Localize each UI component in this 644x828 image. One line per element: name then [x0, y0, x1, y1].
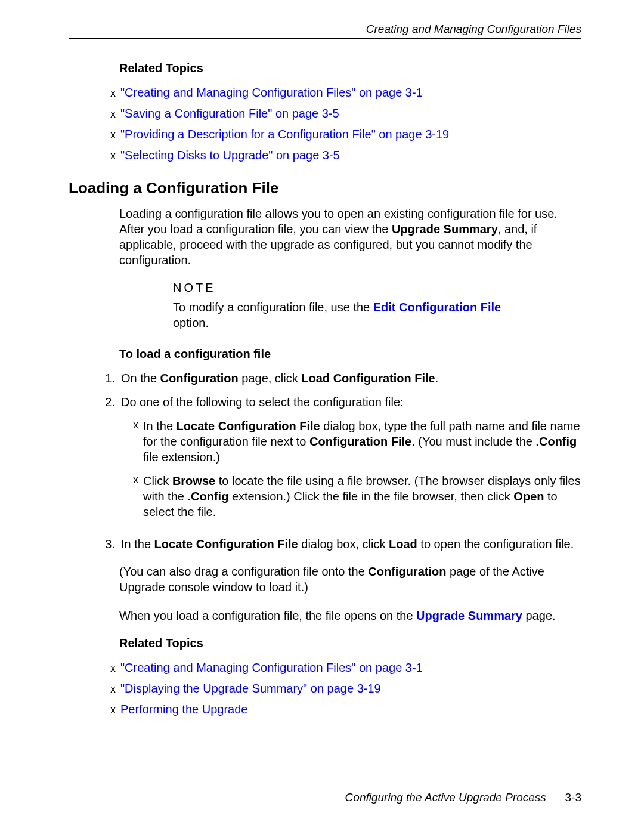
step-content: On the Configuration page, click Load Co… [121, 370, 581, 386]
bold-text: .Config [187, 490, 228, 503]
link[interactable]: "Displaying the Upgrade Summary" on page… [120, 682, 381, 696]
bullet-icon: x [110, 108, 116, 121]
sub-step: x In the Locate Configuration File dialo… [133, 418, 581, 465]
note-header: NOTE [173, 281, 525, 295]
text: option. [173, 316, 209, 329]
step-2: 2. Do one of the following to select the… [97, 394, 581, 528]
step-1: 1. On the Configuration page, click Load… [97, 370, 581, 386]
bold-text: Load [389, 537, 417, 551]
step-number: 3. [97, 536, 115, 552]
running-header: Creating and Managing Configuration File… [69, 23, 581, 36]
procedure-heading: To load a configuration file [119, 347, 581, 361]
page-footer: Configuring the Active Upgrade Process 3… [345, 791, 581, 804]
bold-text: Open [513, 490, 544, 503]
text: . (You must include the [411, 435, 535, 448]
procedure-list: 1. On the Configuration page, click Load… [97, 370, 581, 552]
note-label: NOTE [173, 281, 216, 295]
note-block: NOTE To modify a configuration file, use… [173, 281, 525, 330]
link[interactable]: "Saving a Configuration File" on page 3-… [120, 107, 339, 121]
text: (You can also drag a configuration file … [119, 565, 368, 578]
text: page, click [239, 372, 302, 385]
bold-text: Locate Configuration File [177, 419, 320, 432]
link[interactable]: Performing the Upgrade [120, 703, 247, 716]
step-number: 1. [97, 370, 115, 386]
bold-text: Configuration [160, 372, 239, 385]
related-topics-heading-1: Related Topics [119, 61, 581, 75]
text: On the [121, 372, 160, 385]
link[interactable]: "Creating and Managing Configuration Fil… [120, 661, 423, 675]
bold-text: Locate Configuration File [154, 537, 298, 551]
text: . [435, 372, 439, 385]
step-number: 2. [97, 394, 115, 528]
bullet-icon: x [133, 473, 138, 520]
link[interactable]: "Selecting Disks to Upgrade" on page 3-5 [120, 149, 340, 162]
bold-text: Configuration [368, 565, 446, 578]
bold-text: Configuration File [309, 435, 411, 448]
link[interactable]: "Creating and Managing Configuration Fil… [120, 86, 423, 100]
header-divider [69, 38, 581, 39]
sub-step-content: In the Locate Configuration File dialog … [143, 418, 581, 465]
step-3: 3. In the Locate Configuration File dial… [97, 536, 581, 552]
bullet-icon: x [110, 662, 116, 675]
link[interactable]: Edit Configuration File [373, 301, 501, 314]
list-item: x"Selecting Disks to Upgrade" on page 3-… [110, 149, 581, 162]
sub-step-content: Click Browse to locate the file using a … [143, 473, 581, 520]
footer-spacer [549, 791, 562, 804]
related-topics-heading-2: Related Topics [119, 637, 581, 650]
text: page. [522, 609, 556, 622]
text: When you load a configuration file, the … [119, 609, 416, 622]
note-divider [221, 288, 525, 288]
after-paragraph-1: (You can also drag a configuration file … [119, 564, 581, 595]
list-item: x"Creating and Managing Configuration Fi… [110, 86, 581, 100]
text: Do one of the following to select the co… [121, 396, 404, 409]
list-item: xPerforming the Upgrade [110, 703, 581, 716]
step-content: Do one of the following to select the co… [121, 394, 581, 528]
text: file extension.) [143, 450, 220, 464]
bullet-icon: x [110, 129, 116, 141]
list-item: x"Saving a Configuration File" on page 3… [110, 107, 581, 121]
link[interactable]: "Providing a Description for a Configura… [120, 128, 449, 141]
note-text: To modify a configuration file, use the … [173, 299, 525, 330]
sub-step: x Click Browse to locate the file using … [133, 473, 581, 520]
after-paragraph-2: When you load a configuration file, the … [119, 608, 581, 623]
sub-step-list: x In the Locate Configuration File dialo… [133, 418, 581, 520]
bullet-icon: x [110, 87, 116, 100]
text: dialog box, click [298, 537, 389, 551]
list-item: x"Creating and Managing Configuration Fi… [110, 661, 581, 675]
list-item: x"Displaying the Upgrade Summary" on pag… [110, 682, 581, 696]
related-topics-list-2: x"Creating and Managing Configuration Fi… [110, 661, 581, 716]
link[interactable]: Upgrade Summary [416, 609, 522, 622]
bullet-icon: x [110, 683, 116, 696]
text: extension.) Click the file in the file b… [228, 490, 513, 503]
text: In the [143, 419, 177, 432]
text: Click [143, 474, 172, 487]
page-number: 3-3 [565, 791, 581, 804]
intro-paragraph: Loading a configuration file allows you … [119, 206, 581, 268]
bold-text: Upgrade Summary [392, 223, 498, 236]
related-topics-list-1: x"Creating and Managing Configuration Fi… [110, 86, 581, 162]
step-content: In the Locate Configuration File dialog … [121, 536, 581, 552]
bold-text: Load Configuration File [301, 372, 435, 385]
bold-text: Browse [172, 474, 215, 487]
bullet-icon: x [110, 704, 116, 716]
footer-section-title: Configuring the Active Upgrade Process [345, 791, 546, 804]
list-item: x"Providing a Description for a Configur… [110, 128, 581, 141]
bullet-icon: x [133, 418, 138, 465]
text: In the [121, 537, 154, 551]
text: to open the configuration file. [417, 537, 574, 551]
text: To modify a configuration file, use the [173, 301, 373, 314]
section-heading: Loading a Configuration File [69, 179, 581, 197]
bullet-icon: x [110, 150, 116, 162]
bold-text: .Config [535, 435, 577, 448]
